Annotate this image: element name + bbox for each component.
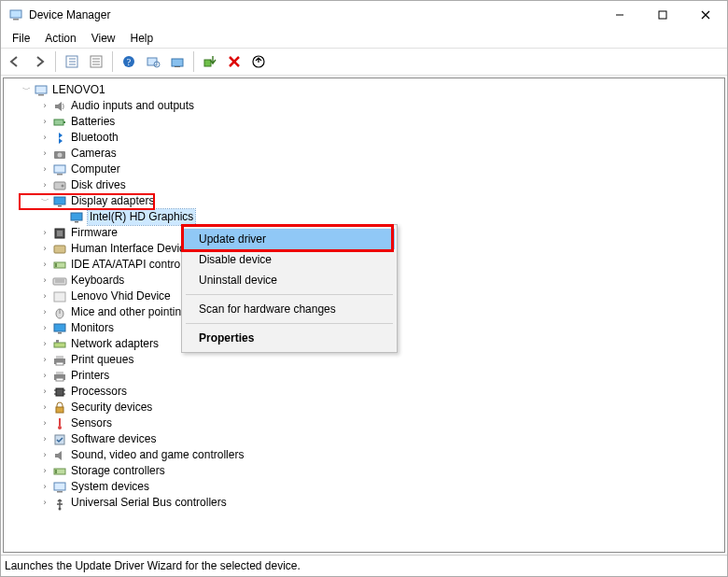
tree-category[interactable]: ›Bluetooth bbox=[7, 130, 724, 146]
chevron-right-icon[interactable]: › bbox=[39, 450, 50, 461]
help-button[interactable]: ? bbox=[119, 51, 139, 72]
chevron-right-icon[interactable]: › bbox=[39, 466, 50, 477]
tree-root[interactable]: ﹀ LENOVO1 bbox=[7, 82, 724, 98]
enable-device-button[interactable] bbox=[200, 51, 220, 72]
tree-category-label: Batteries bbox=[71, 114, 115, 130]
tree-category[interactable]: ›Processors bbox=[7, 384, 724, 400]
ctx-properties[interactable]: Properties bbox=[184, 328, 395, 348]
svg-rect-58 bbox=[56, 378, 63, 381]
tree-category-label: Monitors bbox=[71, 320, 114, 336]
tree-category-label: Human Interface Device bbox=[71, 241, 191, 257]
separator bbox=[186, 323, 393, 324]
window-title: Device Manager bbox=[29, 8, 110, 21]
tree-category[interactable]: ›Sensors bbox=[7, 415, 724, 431]
svg-rect-70 bbox=[54, 483, 65, 490]
tree-category[interactable]: ›Disk drives bbox=[7, 177, 724, 193]
svg-rect-42 bbox=[55, 263, 57, 267]
firmware-icon bbox=[52, 226, 67, 241]
ctx-update-driver[interactable]: Update driver bbox=[184, 229, 395, 249]
chevron-down-icon[interactable]: ﹀ bbox=[21, 85, 32, 96]
tree-category[interactable]: ›Computer bbox=[7, 162, 724, 177]
tree-category-label: Print queues bbox=[71, 352, 133, 368]
chevron-right-icon[interactable]: › bbox=[39, 148, 50, 160]
tree-device[interactable]: Intel(R) HD Graphics bbox=[7, 209, 724, 225]
chevron-right-icon[interactable]: › bbox=[39, 371, 50, 382]
chevron-right-icon[interactable]: › bbox=[39, 418, 50, 429]
chevron-right-icon[interactable]: › bbox=[39, 164, 50, 176]
tree-category[interactable]: ›Cameras bbox=[7, 146, 724, 162]
tree-category[interactable]: ›Security devices bbox=[7, 400, 724, 415]
tree-category[interactable]: ›Batteries bbox=[7, 114, 724, 130]
svg-rect-25 bbox=[38, 94, 44, 96]
computer-icon bbox=[52, 162, 67, 177]
update-driver-button[interactable] bbox=[167, 51, 194, 72]
show-hide-tree-button[interactable] bbox=[62, 51, 82, 72]
keyboard-icon bbox=[52, 274, 67, 288]
scan-hardware-button[interactable] bbox=[143, 51, 163, 72]
chevron-right-icon[interactable]: › bbox=[39, 339, 50, 350]
svg-rect-57 bbox=[56, 372, 63, 374]
chevron-down-icon[interactable]: ﹀ bbox=[39, 196, 50, 207]
tree-category[interactable]: ›Audio inputs and outputs bbox=[7, 98, 724, 114]
svg-rect-31 bbox=[57, 174, 63, 176]
maximize-button[interactable] bbox=[641, 1, 684, 29]
disable-device-button[interactable] bbox=[224, 51, 245, 72]
chevron-right-icon[interactable]: › bbox=[39, 244, 50, 255]
chevron-right-icon[interactable]: › bbox=[39, 133, 50, 144]
svg-rect-64 bbox=[56, 407, 63, 413]
chevron-right-icon[interactable]: › bbox=[39, 498, 50, 509]
separator bbox=[186, 294, 393, 295]
menu-help[interactable]: Help bbox=[125, 30, 160, 47]
tree-category[interactable]: ›Print queues bbox=[7, 352, 724, 368]
svg-rect-3 bbox=[659, 11, 666, 19]
menu-file[interactable]: File bbox=[7, 30, 35, 47]
chevron-right-icon[interactable]: › bbox=[39, 117, 50, 128]
tree-category[interactable]: ›Storage controllers bbox=[7, 463, 724, 479]
chevron-right-icon[interactable]: › bbox=[39, 307, 50, 318]
chevron-right-icon[interactable]: › bbox=[39, 101, 50, 112]
minimize-button[interactable] bbox=[598, 1, 641, 29]
chevron-right-icon[interactable]: › bbox=[39, 323, 50, 334]
ctx-scan-hardware[interactable]: Scan for hardware changes bbox=[184, 299, 395, 319]
close-button[interactable] bbox=[684, 1, 727, 29]
chevron-right-icon[interactable]: › bbox=[39, 260, 50, 271]
tree-category-label: IDE ATA/ATAPI controlle bbox=[71, 257, 191, 273]
tree-category[interactable]: ›Universal Serial Bus controllers bbox=[7, 495, 724, 511]
chevron-right-icon[interactable]: › bbox=[39, 180, 50, 191]
svg-rect-18 bbox=[172, 59, 183, 66]
tree-category-label: Processors bbox=[71, 384, 127, 400]
chevron-right-icon[interactable]: › bbox=[39, 291, 50, 303]
tree-category-label: Universal Serial Bus controllers bbox=[71, 495, 227, 511]
back-button[interactable] bbox=[5, 51, 25, 72]
lenovo-icon bbox=[52, 289, 67, 304]
printer-icon bbox=[52, 369, 67, 384]
ctx-disable-device[interactable]: Disable device bbox=[184, 249, 395, 270]
tree-category[interactable]: ›Software devices bbox=[7, 431, 724, 447]
chevron-right-icon[interactable]: › bbox=[39, 387, 50, 398]
svg-rect-55 bbox=[56, 362, 63, 365]
hid-icon bbox=[52, 242, 67, 257]
svg-rect-71 bbox=[57, 491, 63, 493]
forward-button[interactable] bbox=[29, 51, 56, 72]
chevron-right-icon[interactable]: › bbox=[39, 482, 50, 493]
svg-rect-34 bbox=[54, 197, 65, 204]
tree-category[interactable]: ›System devices bbox=[7, 479, 724, 495]
chevron-right-icon[interactable]: › bbox=[39, 434, 50, 445]
properties-button[interactable] bbox=[86, 51, 113, 72]
tree-category-label: Mice and other pointing bbox=[71, 304, 188, 320]
tree-device-label: Intel(R) HD Graphics bbox=[88, 209, 195, 225]
sensor-icon bbox=[52, 416, 67, 431]
tree-category-label: Firmware bbox=[71, 225, 118, 241]
chevron-right-icon[interactable]: › bbox=[39, 275, 50, 287]
uninstall-device-button[interactable] bbox=[248, 51, 269, 72]
chevron-right-icon[interactable]: › bbox=[39, 355, 50, 366]
tree-category[interactable]: ›Printers bbox=[7, 368, 724, 384]
tree-category[interactable]: ﹀Display adapters bbox=[7, 193, 724, 209]
chevron-right-icon[interactable]: › bbox=[39, 228, 50, 239]
menu-view[interactable]: View bbox=[86, 30, 121, 47]
device-tree-panel: ﹀ LENOVO1 ›Audio inputs and outputs›Batt… bbox=[3, 77, 725, 553]
chevron-right-icon[interactable]: › bbox=[39, 402, 50, 414]
menu-action[interactable]: Action bbox=[39, 30, 81, 47]
ctx-uninstall-device[interactable]: Uninstall device bbox=[184, 270, 395, 290]
tree-category[interactable]: ›Sound, video and game controllers bbox=[7, 447, 724, 463]
